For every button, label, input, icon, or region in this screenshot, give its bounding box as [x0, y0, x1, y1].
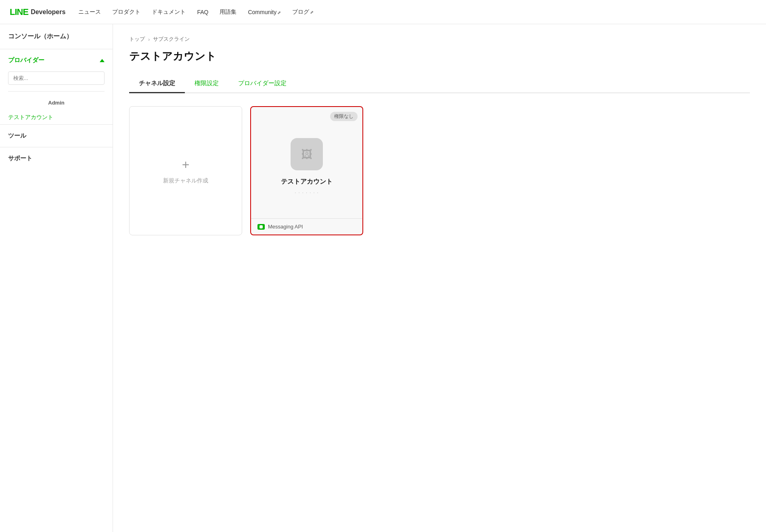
sidebar-divider	[8, 91, 105, 92]
sidebar-console-link[interactable]: コンソール（ホーム）	[0, 24, 113, 49]
channel-footer: Messaging API	[251, 218, 362, 235]
external-icon-blog: ⬈	[310, 10, 314, 15]
sidebar-item-test-account[interactable]: テストアカウント	[0, 111, 113, 124]
breadcrumb: トップ › サブスクライン	[129, 36, 750, 43]
logo-developers: Developers	[31, 8, 65, 16]
page-title: テストアカウント	[129, 49, 750, 63]
sidebar-test-account-link[interactable]: テストアカウント	[8, 114, 53, 120]
add-icon: +	[182, 157, 190, 172]
card-badge: 権限なし	[330, 112, 358, 121]
tabs-container: チャネル設定 権限設定 プロバイダー設定	[129, 75, 750, 93]
channel-icon-placeholder: 🖼	[291, 138, 323, 170]
nav-news[interactable]: ニュース	[78, 8, 101, 16]
sidebar: コンソール（ホーム） プロバイダー Admin テストアカウント ツール サポー…	[0, 24, 113, 532]
nav-faq[interactable]: FAQ	[197, 9, 208, 15]
image-placeholder-icon: 🖼	[301, 148, 312, 161]
logo-link[interactable]: LINE Developers	[10, 7, 65, 17]
test-account-card[interactable]: 権限なし 🖼 テストアカウント · · · · · · · Messaging …	[250, 106, 363, 235]
layout: コンソール（ホーム） プロバイダー Admin テストアカウント ツール サポー…	[0, 24, 766, 532]
cards-container: + 新規チャネル作成 権限なし 🖼 テストアカウント · · · · · · ·…	[129, 106, 750, 235]
messaging-api-label: Messaging API	[268, 224, 303, 230]
logo-line: LINE	[10, 7, 28, 17]
tab-provider-settings[interactable]: プロバイダー設定	[228, 75, 296, 93]
breadcrumb-current: サブスクライン	[153, 36, 190, 43]
chevron-up-icon	[100, 59, 105, 62]
add-channel-label: 新規チャネル作成	[163, 177, 208, 184]
nav-community[interactable]: Community⬈	[248, 9, 281, 15]
messaging-api-dot-inner	[260, 225, 263, 228]
header-nav: ニュース プロダクト ドキュメント FAQ 用語集 Community⬈ ブログ…	[78, 8, 314, 16]
sidebar-search-container	[0, 71, 113, 91]
sidebar-admin-label: Admin	[0, 96, 113, 111]
sidebar-provider-label: プロバイダー	[8, 57, 44, 64]
add-channel-card[interactable]: + 新規チャネル作成	[129, 106, 242, 235]
tab-permission-settings[interactable]: 権限設定	[185, 75, 228, 93]
nav-docs[interactable]: ドキュメント	[152, 8, 186, 16]
channel-id: · · · · · · ·	[295, 189, 319, 195]
nav-blog[interactable]: ブログ⬈	[292, 8, 314, 16]
sidebar-support[interactable]: サポート	[0, 147, 113, 170]
channel-name: テストアカウント	[281, 178, 333, 186]
header: LINE Developers ニュース プロダクト ドキュメント FAQ 用語…	[0, 0, 766, 24]
nav-glossary[interactable]: 用語集	[220, 8, 236, 16]
breadcrumb-separator: ›	[148, 36, 150, 42]
breadcrumb-top[interactable]: トップ	[129, 36, 145, 43]
search-input[interactable]	[8, 71, 105, 85]
nav-products[interactable]: プロダクト	[112, 8, 140, 16]
messaging-api-icon	[257, 224, 265, 230]
tab-channel-settings[interactable]: チャネル設定	[129, 75, 185, 93]
sidebar-provider-header[interactable]: プロバイダー	[0, 49, 113, 71]
sidebar-tools[interactable]: ツール	[0, 124, 113, 147]
main-content: トップ › サブスクライン テストアカウント チャネル設定 権限設定 プロバイダ…	[113, 24, 766, 532]
external-icon-community: ⬈	[277, 10, 281, 15]
